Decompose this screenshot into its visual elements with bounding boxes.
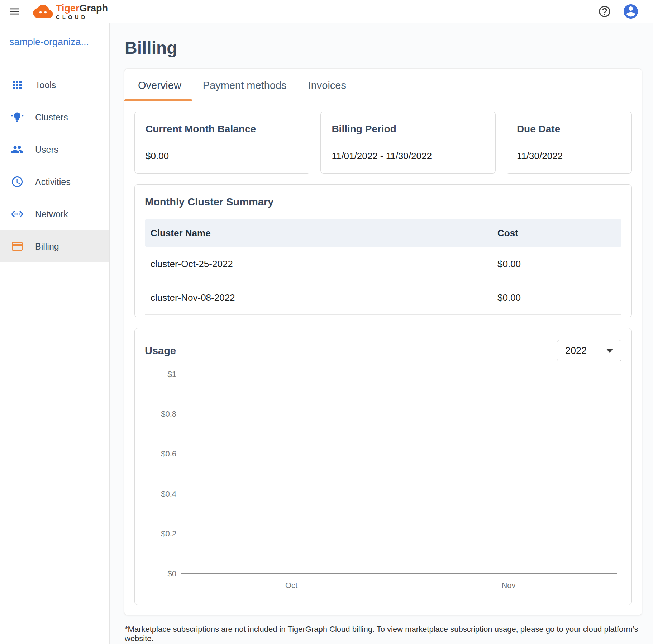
card-value: $0.00 bbox=[146, 151, 299, 162]
card-title: Due Date bbox=[517, 123, 621, 135]
sidebar-item-tools[interactable]: Tools bbox=[0, 69, 109, 101]
cost-cell: $0.00 bbox=[497, 292, 616, 303]
table-row: cluster-Nov-08-2022 $0.00 bbox=[145, 281, 621, 315]
apps-grid-icon bbox=[11, 79, 24, 91]
sidebar-item-label: Network bbox=[35, 209, 68, 219]
clock-icon bbox=[11, 175, 24, 188]
chart-plot-area: $1 $0.8 $0.6 $0.4 $0.2 $0 Oct Nov bbox=[183, 374, 617, 574]
sidebar-item-label: Users bbox=[35, 145, 58, 155]
users-icon bbox=[11, 143, 24, 156]
tigergraph-cloud-icon bbox=[32, 3, 54, 20]
network-brackets-icon bbox=[11, 208, 24, 221]
logo-subtitle: CLOUD bbox=[56, 14, 108, 20]
chevron-down-icon bbox=[606, 349, 613, 353]
billing-period-card: Billing Period 11/01/2022 - 11/30/2022 bbox=[320, 112, 495, 174]
card-value: 11/30/2022 bbox=[517, 151, 621, 162]
usage-card: Usage 2022 $1 $0.8 $0.6 $0.4 $0.2 bbox=[134, 328, 632, 605]
y-axis-tick: $0.4 bbox=[146, 489, 176, 499]
year-select-value: 2022 bbox=[565, 345, 587, 356]
current-month-balance-card: Current Month Balance $0.00 bbox=[134, 112, 310, 174]
x-axis-line bbox=[181, 573, 617, 574]
sidebar-item-users[interactable]: Users bbox=[0, 133, 109, 166]
column-header-cluster-name: Cluster Name bbox=[151, 228, 497, 239]
sidebar-item-label: Billing bbox=[35, 241, 59, 252]
sidebar: sample-organiza... Tools Clusters Users … bbox=[0, 23, 110, 644]
tab-bar: Overview Payment methods Invoices bbox=[124, 69, 642, 101]
monthly-cluster-summary-card: Monthly Cluster Summary Cluster Name Cos… bbox=[134, 184, 632, 317]
page-title: Billing bbox=[125, 38, 642, 58]
top-bar: TigerGraph CLOUD bbox=[0, 0, 653, 23]
sidebar-item-clusters[interactable]: Clusters bbox=[0, 101, 109, 133]
y-axis-tick: $0 bbox=[146, 569, 176, 578]
section-title: Usage bbox=[145, 345, 176, 357]
tab-overview[interactable]: Overview bbox=[124, 69, 192, 101]
column-header-cost: Cost bbox=[497, 228, 616, 239]
y-axis-tick: $0.8 bbox=[146, 409, 176, 419]
logo-brand-tiger: Tiger bbox=[56, 3, 80, 14]
app-logo: TigerGraph CLOUD bbox=[32, 3, 108, 20]
usage-header: Usage 2022 bbox=[145, 340, 621, 361]
card-title: Current Month Balance bbox=[146, 123, 299, 135]
tab-payment-methods[interactable]: Payment methods bbox=[192, 69, 297, 101]
menu-icon[interactable] bbox=[6, 3, 23, 20]
sidebar-item-activities[interactable]: Activities bbox=[0, 166, 109, 198]
sidebar-item-label: Clusters bbox=[35, 112, 68, 123]
header-actions bbox=[598, 3, 639, 20]
user-avatar-icon[interactable] bbox=[622, 3, 639, 20]
x-axis-label-oct: Oct bbox=[285, 581, 297, 590]
y-axis-tick: $0.2 bbox=[146, 529, 176, 539]
section-title: Monthly Cluster Summary bbox=[145, 196, 621, 208]
x-axis-label-nov: Nov bbox=[501, 581, 515, 590]
panel-body: Current Month Balance $0.00 Billing Peri… bbox=[124, 101, 642, 615]
card-title: Billing Period bbox=[332, 123, 484, 135]
credit-card-icon bbox=[11, 240, 24, 253]
app-body: sample-organiza... Tools Clusters Users … bbox=[0, 23, 653, 644]
y-axis-tick: $1 bbox=[146, 370, 176, 379]
main-content: Billing Overview Payment methods Invoice… bbox=[110, 23, 653, 644]
logo-text: TigerGraph CLOUD bbox=[56, 4, 108, 20]
due-date-card: Due Date 11/30/2022 bbox=[506, 112, 632, 174]
cluster-name-cell: cluster-Nov-08-2022 bbox=[151, 292, 497, 303]
sidebar-item-label: Activities bbox=[35, 177, 71, 187]
sidebar-item-label: Tools bbox=[35, 80, 56, 90]
logo-brand-graph: Graph bbox=[80, 3, 108, 14]
usage-chart: $1 $0.8 $0.6 $0.4 $0.2 $0 Oct Nov bbox=[145, 369, 621, 592]
org-name[interactable]: sample-organiza... bbox=[0, 23, 109, 60]
cluster-bulb-icon bbox=[11, 111, 24, 124]
table-header: Cluster Name Cost bbox=[145, 219, 621, 247]
cluster-name-cell: cluster-Oct-25-2022 bbox=[151, 259, 497, 270]
sidebar-item-billing[interactable]: Billing bbox=[0, 230, 109, 262]
marketplace-footnote: *Marketplace subscriptions are not inclu… bbox=[125, 625, 642, 643]
billing-panel: Overview Payment methods Invoices Curren… bbox=[124, 68, 642, 615]
year-select[interactable]: 2022 bbox=[557, 340, 621, 361]
sidebar-item-network[interactable]: Network bbox=[0, 198, 109, 230]
summary-cards-row: Current Month Balance $0.00 Billing Peri… bbox=[134, 112, 632, 174]
y-axis-tick: $0.6 bbox=[146, 449, 176, 459]
tab-invoices[interactable]: Invoices bbox=[297, 69, 357, 101]
help-icon[interactable] bbox=[598, 5, 611, 18]
cost-cell: $0.00 bbox=[497, 259, 616, 270]
table-row: cluster-Oct-25-2022 $0.00 bbox=[145, 247, 621, 281]
sidebar-nav: Tools Clusters Users Activities Network bbox=[0, 60, 109, 262]
card-value: 11/01/2022 - 11/30/2022 bbox=[332, 151, 484, 162]
